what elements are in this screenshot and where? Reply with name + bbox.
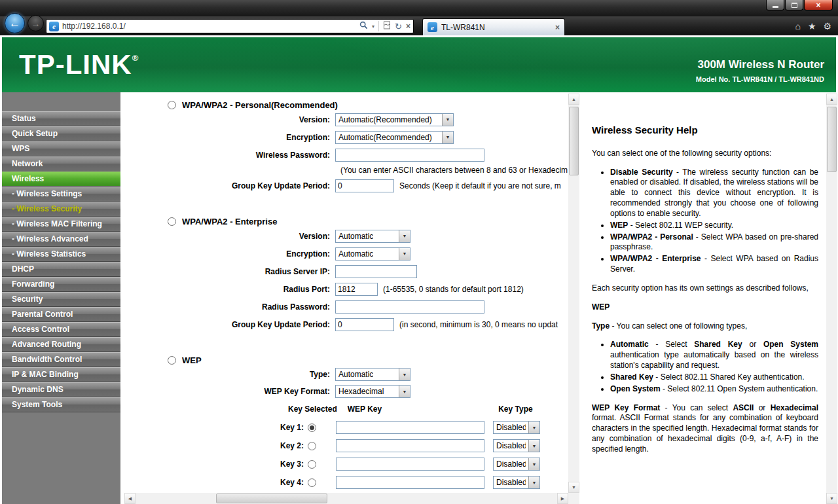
main-vscroll-thumb[interactable] [569, 107, 579, 175]
scroll-up-icon[interactable]: ▲ [568, 94, 579, 105]
key4-label: Key 4: [124, 478, 308, 487]
main-hscroll-thumb[interactable] [216, 494, 327, 503]
sidebar-item-parental-control[interactable]: Parental Control [2, 307, 120, 322]
wep-key-row-3: Key 3: Disabled ▼ [124, 455, 568, 473]
help-format-para: WEP Key Format - You can select ASCII or… [592, 403, 818, 455]
wep-key-format-select[interactable]: Hexadecimal ▼ [335, 385, 410, 398]
password-note: (You can enter ASCII characters between … [340, 166, 568, 175]
enterprise-encryption-select[interactable]: Automatic ▼ [335, 247, 410, 261]
sidebar-item-dhcp[interactable]: DHCP [2, 262, 120, 277]
scroll-down-icon[interactable]: ▼ [568, 482, 579, 493]
home-icon[interactable]: ⌂ [795, 20, 800, 32]
sidebar-item-system-tools[interactable]: System Tools [2, 397, 120, 412]
group-key-period-label: Group Key Update Period: [124, 181, 335, 190]
help-vertical-scrollbar[interactable]: ▲ ▼ [826, 94, 837, 504]
product-name: 300M Wireless N Router [696, 58, 824, 71]
personal-encryption-select[interactable]: Automatic(Recommended) ▼ [335, 131, 454, 144]
sidebar-item-security[interactable]: Security [2, 292, 120, 307]
key4-input[interactable] [336, 476, 484, 489]
key3-radio[interactable] [308, 460, 316, 469]
minimize-button[interactable] [766, 0, 784, 10]
main-horizontal-scrollbar[interactable]: ◀ ▶ [124, 493, 568, 504]
radius-port-input[interactable] [335, 283, 378, 296]
radius-port-note: (1-65535, 0 stands for default port 1812… [383, 285, 524, 294]
key4-type-select[interactable]: Disabled ▼ [493, 476, 540, 489]
personal-group-key-period-input[interactable] [335, 179, 394, 192]
sidebar-item-quick-setup[interactable]: Quick Setup [2, 126, 120, 141]
address-bar-divider [378, 21, 379, 31]
chevron-down-icon: ▼ [442, 132, 453, 143]
sidebar-item-network[interactable]: Network [2, 156, 120, 171]
scroll-down-icon[interactable]: ▼ [826, 493, 837, 504]
address-bar[interactable]: e http://192.168.0.1/ ▾ ↻ × [46, 19, 414, 33]
chevron-down-icon: ▼ [528, 440, 539, 452]
search-dropdown-icon[interactable]: ▾ [372, 24, 374, 29]
tab-close-icon[interactable]: × [555, 23, 560, 32]
key4-radio[interactable] [308, 478, 316, 487]
forward-button[interactable]: → [27, 15, 44, 31]
sidebar-item-wireless-statistics[interactable]: - Wireless Statistics [2, 247, 120, 262]
maximize-button[interactable] [785, 0, 803, 10]
main-vertical-scrollbar[interactable]: ▲ ▼ [568, 94, 579, 493]
wep-key-row-1: Key 1: Disabled ▼ [124, 418, 568, 437]
sidebar-item-ip-mac-binding[interactable]: IP & MAC Binding [2, 367, 120, 382]
help-vscroll-thumb[interactable] [827, 107, 837, 172]
key3-type-select[interactable]: Disabled ▼ [493, 458, 540, 471]
wireless-password-input[interactable] [335, 149, 484, 162]
tp-link-logo: TP-LINK® [19, 49, 139, 81]
compatibility-view-icon[interactable] [383, 20, 391, 32]
settings-gear-icon[interactable]: ⚙ [823, 20, 831, 32]
wpa-enterprise-radio[interactable] [168, 217, 176, 226]
sidebar-item-wps[interactable]: WPS [2, 141, 120, 156]
scroll-right-icon[interactable]: ▶ [557, 493, 568, 504]
key3-input[interactable] [336, 458, 484, 471]
wep-type-select[interactable]: Automatic ▼ [335, 368, 410, 381]
chevron-down-icon: ▼ [399, 230, 410, 242]
key2-type-select[interactable]: Disabled ▼ [493, 439, 540, 452]
sidebar-item-wireless-advanced[interactable]: - Wireless Advanced [2, 232, 120, 247]
enterprise-version-select[interactable]: Automatic ▼ [335, 230, 410, 243]
key1-input[interactable] [336, 421, 484, 434]
refresh-icon[interactable]: ↻ [395, 22, 402, 31]
favorites-star-icon[interactable]: ★ [808, 20, 816, 32]
sidebar-item-wireless-security[interactable]: - Wireless Security [2, 202, 120, 217]
key2-radio[interactable] [308, 442, 316, 450]
personal-version-select[interactable]: Automatic(Recommended) ▼ [335, 113, 454, 126]
wpa-enterprise-title: WPA/WPA2 - Enterprise [182, 217, 277, 226]
back-icon: ← [9, 17, 20, 30]
radius-password-input[interactable] [335, 300, 484, 314]
close-button[interactable]: × [804, 0, 833, 10]
list-item: WPA/WPA2 - Enterprise - Select WPA based… [610, 254, 818, 275]
sidebar-item-wireless[interactable]: Wireless [2, 171, 120, 187]
wep-key-format-label: WEP Key Format: [124, 387, 335, 396]
sidebar-item-bandwidth-control[interactable]: Bandwidth Control [2, 352, 120, 367]
version-label: Version: [124, 115, 335, 124]
scroll-left-icon[interactable]: ◀ [124, 493, 136, 504]
sidebar-item-wireless-mac-filtering[interactable]: - Wireless MAC Filtering [2, 217, 120, 232]
sidebar-item-status[interactable]: Status [2, 111, 120, 126]
search-icon[interactable] [359, 20, 368, 32]
enterprise-group-key-period-input[interactable] [335, 318, 394, 331]
header-product-info: 300M Wireless N Router Model No. TL-WR84… [696, 58, 824, 83]
sidebar-item-wireless-settings[interactable]: - Wireless Settings [2, 187, 120, 202]
back-button[interactable]: ← [5, 13, 25, 33]
encryption-label: Encryption: [124, 249, 335, 259]
wep-radio[interactable] [168, 356, 176, 365]
key1-type-select[interactable]: Disabled ▼ [493, 421, 540, 434]
sidebar-item-dynamic-dns[interactable]: Dynamic DNS [2, 382, 120, 397]
sidebar-item-forwarding[interactable]: Forwarding [2, 277, 120, 292]
chevron-down-icon: ▼ [528, 422, 539, 433]
col-key-type: Key Type [498, 405, 532, 414]
scroll-up-icon[interactable]: ▲ [826, 94, 837, 105]
chevron-down-icon: ▼ [528, 458, 539, 470]
radius-server-ip-input[interactable] [335, 265, 417, 278]
url-text[interactable]: http://192.168.0.1/ [62, 22, 356, 31]
key2-input[interactable] [336, 439, 484, 452]
group-key-period-note: (in second, minimum is 30, 0 means no up… [399, 320, 558, 329]
wpa-personal-radio[interactable] [168, 101, 176, 109]
sidebar-item-advanced-routing[interactable]: Advanced Routing [2, 337, 120, 352]
browser-tab[interactable]: e TL-WR841N × [422, 18, 565, 35]
sidebar-item-access-control[interactable]: Access Control [2, 322, 120, 337]
stop-icon[interactable]: × [406, 22, 410, 31]
key1-radio[interactable] [308, 423, 316, 432]
